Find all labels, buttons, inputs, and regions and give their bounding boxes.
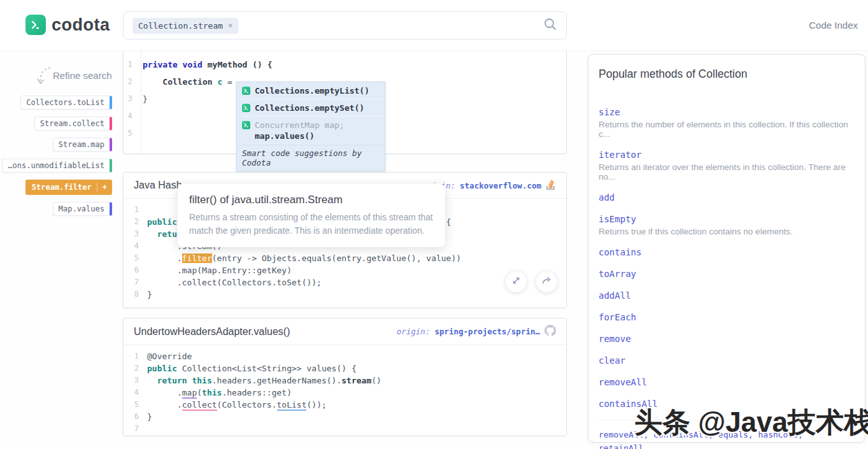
line-number: 1 bbox=[124, 350, 139, 362]
filter-doc-tooltip: filter() of java.util.stream.Stream Retu… bbox=[178, 184, 445, 247]
refine-arrow-icon bbox=[35, 66, 52, 90]
origin-group: origin: spring-projects/sprin… bbox=[397, 325, 556, 338]
refine-chip-list: Collectors.toListStream.collectStream.ma… bbox=[0, 96, 112, 216]
method-list: sizeReturns the number of elements in th… bbox=[599, 106, 855, 410]
line-number: 1 bbox=[124, 56, 136, 73]
line-number: 2 bbox=[124, 362, 139, 374]
method-link[interactable]: iterator bbox=[599, 149, 641, 160]
chip-label: Map.values bbox=[59, 204, 104, 213]
code-suggestion-popup: Collections.emptyList()Collections.empty… bbox=[236, 82, 385, 171]
popular-methods-title: Popular methods of Collection bbox=[599, 68, 855, 81]
chip-label: Stream.map bbox=[59, 140, 104, 149]
method-description: Returns the number of elements in this c… bbox=[599, 120, 855, 139]
popular-methods-panel: Popular methods of Collection sizeReturn… bbox=[588, 54, 865, 443]
code-line: 3 return this.headers.getHeaderNames().s… bbox=[124, 374, 566, 387]
line-number: 3 bbox=[124, 228, 139, 240]
search-tag-label: Collection.stream bbox=[138, 21, 223, 31]
code-line: 8} bbox=[124, 289, 566, 301]
suggestion-item[interactable]: Collections.emptyList() bbox=[237, 82, 385, 99]
method-link[interactable]: toArray bbox=[599, 268, 636, 280]
codota-logo[interactable]: codota bbox=[25, 15, 110, 35]
refine-chip[interactable]: Map.values bbox=[53, 202, 112, 216]
line-number: 2 bbox=[124, 216, 139, 228]
refine-chip[interactable]: Stream.filter+ bbox=[25, 180, 112, 195]
share-icon bbox=[541, 276, 552, 288]
search-tag[interactable]: Collection.stream × bbox=[132, 18, 238, 34]
codota-suggestion-icon bbox=[242, 104, 250, 112]
suggestion-item[interactable]: Collections.emptySet() bbox=[237, 99, 385, 117]
code-line: 6 .map(Map.Entry::getKey) bbox=[124, 264, 566, 276]
line-number: 4 bbox=[124, 240, 139, 252]
snippet-title[interactable]: UndertowHeadersAdapter.values() bbox=[134, 326, 290, 338]
method-link[interactable]: clear bbox=[599, 355, 625, 366]
code-index-link[interactable]: Code Index bbox=[809, 20, 858, 31]
method-link[interactable]: forEach bbox=[599, 311, 636, 323]
method-entry: toArray bbox=[599, 268, 855, 280]
share-button[interactable] bbox=[536, 271, 557, 292]
method-link[interactable]: contains bbox=[599, 246, 641, 258]
snippet-title[interactable]: Java Hash bbox=[134, 180, 182, 191]
suggestion-text: map.values() bbox=[255, 131, 345, 141]
method-link[interactable]: addAll bbox=[599, 290, 631, 301]
method-link[interactable]: size bbox=[599, 106, 620, 118]
method-entry: remove bbox=[599, 333, 855, 345]
origin-link[interactable]: spring-projects/sprin… bbox=[434, 327, 540, 336]
line-number: 5 bbox=[124, 399, 139, 411]
refine-chip[interactable]: Stream.collect bbox=[34, 117, 112, 131]
code-line: 7 bbox=[124, 423, 566, 435]
code-line: 5 .filter(entry -> Objects.equals(entry.… bbox=[124, 252, 566, 264]
chip-label: Collectors.toList bbox=[26, 98, 104, 107]
search-icon[interactable] bbox=[543, 17, 557, 34]
origin-link[interactable]: stackoverflow.com bbox=[460, 181, 541, 190]
codota-suggestion-icon bbox=[242, 121, 250, 129]
codota-logo-icon bbox=[25, 15, 46, 35]
origin-label: origin: bbox=[397, 327, 430, 336]
suggestion-item[interactable]: ConcurrentMap map;map.values() bbox=[237, 117, 385, 145]
line-number: 1 bbox=[124, 204, 139, 216]
refine-chip[interactable]: …ons.unmodifiableList bbox=[2, 159, 112, 173]
live-editor-card: 1private void myMethod () {2 Collection … bbox=[123, 48, 567, 154]
chip-label: …ons.unmodifiableList bbox=[8, 161, 104, 170]
method-entry: add bbox=[599, 192, 855, 203]
line-number: 6 bbox=[124, 411, 139, 423]
line-number: 8 bbox=[124, 289, 139, 301]
github-icon bbox=[544, 325, 556, 338]
expand-icon bbox=[511, 276, 521, 288]
snippet-code[interactable]: 1@Override2public Collection<List<String… bbox=[124, 345, 566, 435]
chip-label: Stream.collect bbox=[40, 119, 104, 128]
line-number: 7 bbox=[124, 423, 139, 435]
snippet-card-stackoverflow: Java Hash origin: stackoverflow.com 12pu… bbox=[123, 172, 567, 308]
method-link[interactable]: add bbox=[599, 192, 615, 203]
chip-label: Stream.filter bbox=[32, 183, 92, 192]
suggestion-footer: Smart code suggestions by Codota bbox=[237, 145, 385, 171]
search-input[interactable]: Collection.stream × bbox=[123, 11, 567, 39]
line-number: 7 bbox=[124, 276, 139, 289]
method-entry: clear bbox=[599, 355, 855, 366]
line-number: 5 bbox=[124, 125, 136, 142]
method-link[interactable]: remove bbox=[599, 333, 631, 345]
method-entry: contains bbox=[599, 246, 855, 258]
method-entry: removeAll bbox=[599, 376, 855, 388]
method-link[interactable]: retainAll bbox=[599, 443, 643, 449]
refine-chip[interactable]: Stream.map bbox=[53, 138, 112, 152]
suggestion-text: ConcurrentMap map; bbox=[255, 120, 345, 131]
snippet-card-header: UndertowHeadersAdapter.values() origin: … bbox=[124, 318, 566, 345]
method-link[interactable]: removeAll bbox=[599, 376, 647, 388]
expand-button[interactable] bbox=[506, 271, 527, 292]
method-link[interactable]: isEmpty bbox=[599, 213, 636, 225]
line-number: 4 bbox=[124, 108, 136, 125]
refine-chip[interactable]: Collectors.toList bbox=[20, 96, 112, 110]
codota-suggestion-icon bbox=[242, 87, 250, 95]
method-entry: forEach bbox=[599, 311, 855, 323]
line-number: 3 bbox=[124, 374, 139, 387]
add-filter-button[interactable]: + bbox=[97, 183, 112, 192]
refine-search-title: Refine search bbox=[53, 70, 112, 81]
method-entry: sizeReturns the number of elements in th… bbox=[599, 106, 855, 139]
gutter-divider bbox=[141, 49, 141, 153]
stackoverflow-icon bbox=[546, 178, 556, 192]
method-entry: addAll bbox=[599, 290, 855, 301]
code-line: 7 .collect(Collectors.toSet()); bbox=[124, 276, 566, 289]
line-number: 2 bbox=[124, 73, 136, 90]
line-number: 3 bbox=[124, 90, 136, 108]
search-tag-close-icon[interactable]: × bbox=[228, 21, 232, 30]
